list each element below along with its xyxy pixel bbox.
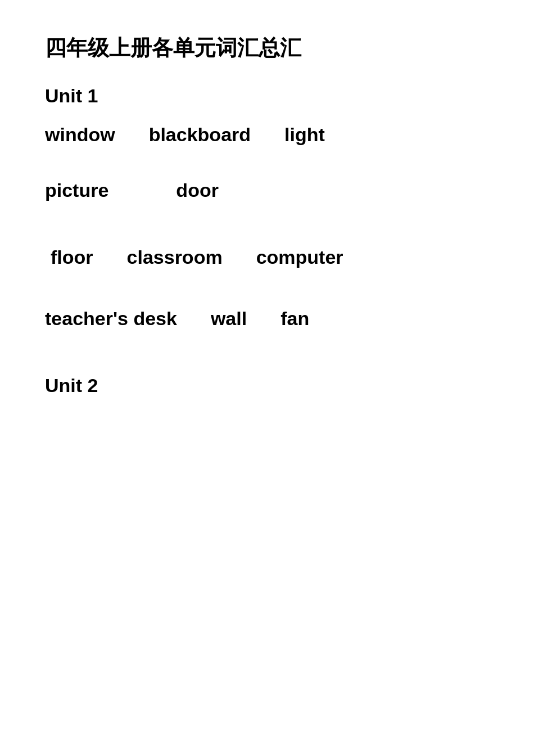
word-wall: wall <box>211 308 247 330</box>
unit1-heading: Unit 1 <box>45 85 489 107</box>
word-fan: fan <box>280 308 309 330</box>
word-floor: floor <box>51 246 93 268</box>
page-title: 四年级上册各单元词汇总汇 <box>45 34 489 62</box>
word-blackboard: blackboard <box>149 124 251 146</box>
word-door: door <box>176 179 219 201</box>
vocab-row-1: window blackboard light <box>45 124 489 146</box>
word-picture: picture <box>45 179 108 201</box>
vocab-row-2: picture door <box>45 179 489 201</box>
vocab-row-4: teacher's desk wall fan <box>45 308 489 330</box>
word-computer: computer <box>256 246 343 268</box>
word-classroom: classroom <box>127 246 223 268</box>
word-light: light <box>284 124 325 146</box>
vocab-row-3: floor classroom computer <box>45 246 489 268</box>
unit2-heading: Unit 2 <box>45 375 489 397</box>
word-teachers-desk: teacher's desk <box>45 308 177 330</box>
word-window: window <box>45 124 115 146</box>
